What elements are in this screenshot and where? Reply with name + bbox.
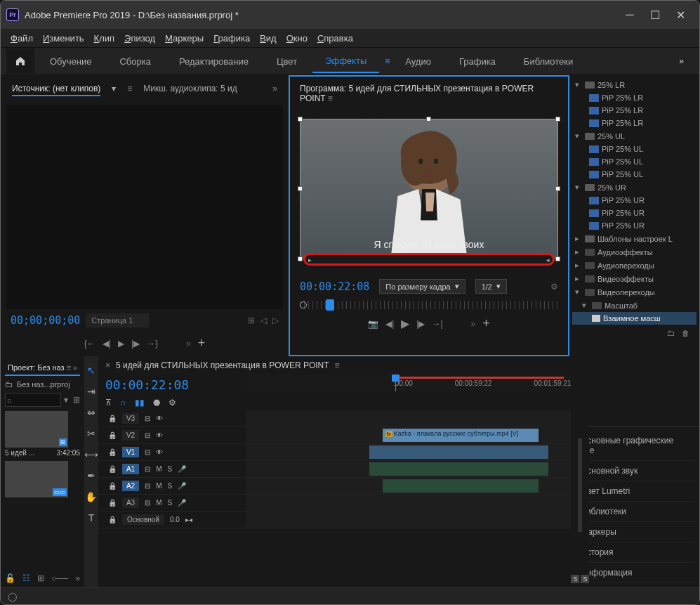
audio-mixer-tab[interactable]: Микш. аудиоклипа: 5 ид [143, 84, 237, 96]
search-input[interactable] [5, 393, 61, 407]
prev-kf-icon[interactable]: ◁ [260, 315, 267, 325]
tree-item[interactable]: PiP 25% UL [572, 143, 696, 155]
track-a3[interactable]: A3⊟MS🎤 [98, 495, 571, 512]
razor-tool[interactable]: ✂ [84, 427, 98, 441]
panel-markers[interactable]: Маркеры [574, 522, 695, 542]
timeline-ruler[interactable]: :00:00 00:00:59:22 00:01:59:21 [246, 375, 571, 391]
program-monitor[interactable]: Я спасусь от слов твоих ▸ ◂ [300, 119, 558, 259]
tree-folder-audiofx[interactable]: ▸Аудиоэффекты [572, 245, 696, 259]
ws-effects[interactable]: Эффекты [312, 50, 379, 73]
home-button[interactable] [6, 48, 34, 74]
menu-file[interactable]: Файл [6, 31, 37, 46]
page-input[interactable] [86, 313, 149, 327]
source-tab[interactable]: Источник: (нет клипов) [12, 84, 100, 96]
track-select-tool[interactable]: ⇥ [84, 384, 98, 398]
step-fwd-icon[interactable]: |▶ [416, 319, 425, 329]
slip-tool[interactable]: ⟷ [84, 448, 98, 462]
panel-overflow[interactable]: » [272, 84, 277, 96]
tree-item[interactable]: PiP 25% LR [572, 117, 696, 129]
mark-in-icon[interactable]: {← [84, 339, 95, 349]
hand-tool[interactable]: ✋ [84, 490, 98, 504]
project-thumbnail[interactable]: ▭▭ [5, 461, 80, 497]
playhead[interactable] [395, 375, 396, 391]
menu-clip[interactable]: Клип [90, 31, 119, 46]
tree-folder-presets[interactable]: ▸Шаблоны настроек L [572, 232, 696, 245]
panel-essential-graphics[interactable]: Основные графические эле [574, 431, 695, 461]
linked-sel-icon[interactable]: ▮▮ [135, 398, 145, 408]
tree-item[interactable]: PiP 25% LR [572, 91, 696, 104]
new-bin-icon[interactable]: 🗀 [667, 329, 675, 337]
menu-window[interactable]: Окно [282, 31, 312, 46]
settings-icon[interactable]: ⚙ [550, 282, 558, 292]
project-tab[interactable]: Проект: Без наз ≡ » [5, 360, 80, 376]
marker-icon[interactable]: ⬣ [153, 398, 160, 408]
sequence-tab[interactable]: 5 идей для СТИЛЬНЫХ презентация в POWER … [116, 360, 329, 370]
tree-folder-videofx[interactable]: ▸Видеоэффекты [572, 272, 696, 285]
fit-icon[interactable]: ⊞ [248, 315, 255, 325]
tree-folder-25ur[interactable]: ▾25% UR [572, 181, 696, 194]
mark-out-icon[interactable]: →} [147, 339, 158, 349]
tree-folder-scale[interactable]: ▾Масштаб [572, 299, 696, 312]
more-controls[interactable]: » [471, 319, 476, 329]
close-button[interactable]: ✕ [675, 10, 685, 20]
track-v3[interactable]: V3⊟👁 [98, 410, 571, 427]
camera-icon[interactable]: 📷 [368, 319, 378, 329]
track-a1[interactable]: A1⊟MS🎤 [98, 461, 571, 478]
panel-libraries[interactable]: Библиотеки [574, 502, 695, 522]
snap-icon[interactable]: ∩ [120, 398, 126, 408]
scrubber-thumb[interactable] [326, 299, 334, 311]
panel-history[interactable]: История [574, 542, 695, 563]
tree-folder-audiot[interactable]: ▸Аудиопереходы [572, 259, 696, 272]
project-thumbnail[interactable]: ⊞ 5 идей ...3:42:05 [5, 411, 80, 457]
track-main[interactable]: Основной0.0▸◂ [98, 512, 571, 528]
tree-item[interactable]: PiP 25% UR [572, 219, 696, 232]
tree-item[interactable]: PiP 25% UR [572, 194, 696, 207]
ws-overflow[interactable]: » [669, 51, 694, 72]
play-icon[interactable]: ▶ [401, 317, 409, 330]
settings-icon[interactable]: ⚙ [169, 398, 176, 408]
program-tab[interactable]: Программа: 5 идей для СТИЛЬНЫХ презентац… [293, 79, 565, 108]
ws-libraries[interactable]: Библиотеки [511, 51, 586, 72]
add-button[interactable]: + [482, 316, 490, 331]
tree-item[interactable]: PiP 25% UL [572, 168, 696, 181]
panel-essential-sound[interactable]: Основной звук [574, 461, 695, 481]
menu-view[interactable]: Вид [256, 31, 281, 46]
menu-sequence[interactable]: Эпизод [120, 31, 159, 46]
tree-item-selected[interactable]: Взаимное масш [572, 312, 696, 325]
add-button[interactable]: + [198, 336, 206, 351]
ws-color[interactable]: Цвет [264, 51, 310, 72]
timeline-timecode[interactable]: 00:00:22:08 [98, 375, 246, 395]
solo-right[interactable]: S [581, 575, 589, 583]
source-timecode[interactable]: 00;00;00;00 [11, 314, 80, 327]
type-tool[interactable]: T [84, 511, 98, 525]
maximize-button[interactable]: ☐ [650, 10, 660, 20]
program-timecode[interactable]: 00:00:22:08 [300, 280, 369, 293]
step-back-icon[interactable]: ◀| [103, 339, 111, 349]
ws-menu-icon[interactable]: ≡ [385, 56, 390, 66]
selection-tool[interactable]: ↖ [84, 363, 98, 377]
menu-markers[interactable]: Маркеры [161, 31, 208, 46]
track-v2[interactable]: V2⊟👁fxKazka - плакала русские субтитры.m… [98, 427, 571, 444]
cc-icon[interactable]: ◯ [8, 592, 17, 601]
filter-icon[interactable]: ⊞ [73, 395, 80, 405]
proj-overflow[interactable]: » [75, 573, 80, 583]
step-back-icon[interactable]: ◀| [385, 319, 394, 329]
track-v1[interactable]: V1⊟👁 [98, 444, 571, 461]
slider-icon[interactable]: ○── [51, 573, 68, 583]
tree-folder-25lr[interactable]: ▾25% LR [572, 78, 696, 91]
list-view-icon[interactable]: ☷ [22, 573, 30, 583]
menu-graphics[interactable]: Графика [209, 31, 254, 46]
tree-item[interactable]: PiP 25% LR [572, 104, 696, 117]
tree-folder-25ul[interactable]: ▾25% UL [572, 129, 696, 143]
step-fwd-icon[interactable]: |▶ [131, 339, 140, 349]
ws-assembly[interactable]: Сборка [107, 51, 164, 72]
tree-folder-videot[interactable]: ▾Видеопереходы [572, 285, 696, 299]
ws-editing[interactable]: Редактирование [166, 51, 261, 72]
freeform-icon[interactable]: ⊞ [37, 573, 44, 583]
goto-out-icon[interactable]: →| [432, 319, 442, 329]
lock-icon[interactable]: 🔓 [5, 573, 15, 583]
insert-mode-icon[interactable]: ⊼ [105, 398, 112, 408]
ws-audio[interactable]: Аудио [392, 51, 444, 72]
minimize-button[interactable]: ─ [625, 10, 635, 20]
panel-menu-icon[interactable]: ≡ [127, 84, 132, 96]
